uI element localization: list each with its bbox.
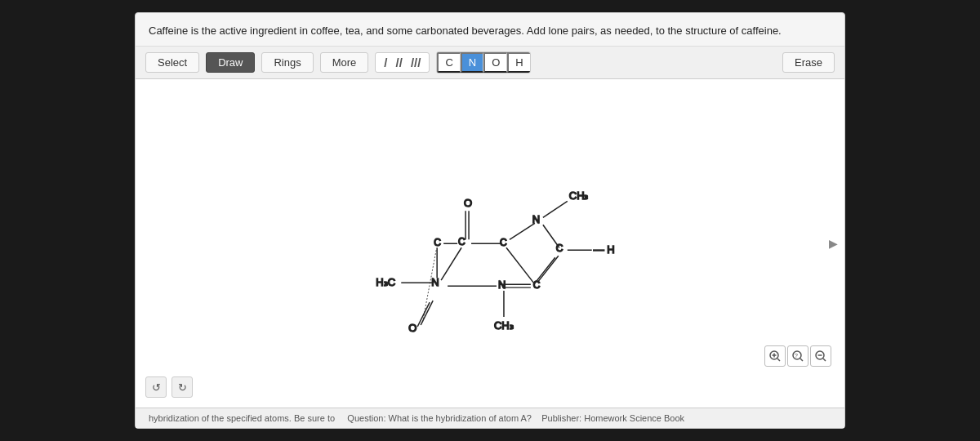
ch3-bottom-label: CH₃ [494,319,514,332]
select-button[interactable]: Select [145,52,199,73]
n5-atom: N [498,278,506,291]
atom-C-button[interactable]: C [437,52,460,73]
zoom-in-button[interactable] [764,345,786,367]
erase-button[interactable]: Erase [782,52,835,73]
svg-line-17 [417,302,430,327]
svg-line-26 [800,359,803,361]
bottom-controls: ↺ ↻ [145,376,193,398]
publisher-label: Publisher: Homework Science Book [541,413,684,423]
h3c-left-label: H₃C [376,276,395,288]
c6-atom: C [458,236,466,247]
svg-line-6 [543,201,568,217]
atom-N-button[interactable]: N [461,52,483,73]
bond-tools: / // /// [375,52,430,73]
atom-tools: C N O H [436,51,530,74]
zoom-controls: ? [764,345,831,367]
draw-area[interactable]: H₃C N C O C [136,79,844,408]
double-bond-tool[interactable]: // [393,55,406,70]
draw-button[interactable]: Draw [206,52,255,73]
bottom-question-text: hybridization of the specified atoms. Be… [149,413,335,423]
c2-atom: C [500,237,507,248]
atom-O-button[interactable]: O [483,52,507,73]
undo-button[interactable]: ↺ [145,376,167,398]
c4-atom: C [556,243,564,254]
cl-atom: C [434,237,441,248]
bottom-bar: hybridization of the specified atoms. Be… [136,408,844,428]
single-bond-tool[interactable]: / [381,55,390,70]
o-left-bottom: O [408,322,416,334]
svg-line-15 [506,247,535,284]
rings-button[interactable]: Rings [261,52,313,73]
svg-text:?: ? [795,353,798,359]
o-top-label: O [464,197,472,209]
svg-line-5 [510,223,535,239]
main-panel: Caffeine is the active ingredient in cof… [135,12,845,429]
atom-H-button[interactable]: H [507,52,529,73]
svg-line-29 [823,359,826,361]
redo-button[interactable]: ↻ [172,376,193,398]
svg-line-1 [441,247,461,280]
zoom-out-button[interactable] [810,345,831,367]
c5-atom: C [533,279,541,291]
n3-atom: N [532,213,540,225]
question-text: Caffeine is the active ingredient in cof… [136,13,844,47]
bottom-question-label: Question: What is the hybridization of a… [347,413,532,423]
svg-line-22 [777,359,780,361]
h-atom: — H [594,243,615,256]
arrow-indicator: ▶ [829,237,838,250]
toolbar: Select Draw Rings More / // /// C N O H … [136,47,844,79]
zoom-reset-button[interactable]: ? [787,345,808,367]
ch3-top-right-label: CH₃ [569,189,589,202]
triple-bond-tool[interactable]: /// [408,55,425,70]
more-button[interactable]: More [320,52,369,73]
n7-atom: N [431,276,439,288]
svg-line-9 [537,256,559,283]
